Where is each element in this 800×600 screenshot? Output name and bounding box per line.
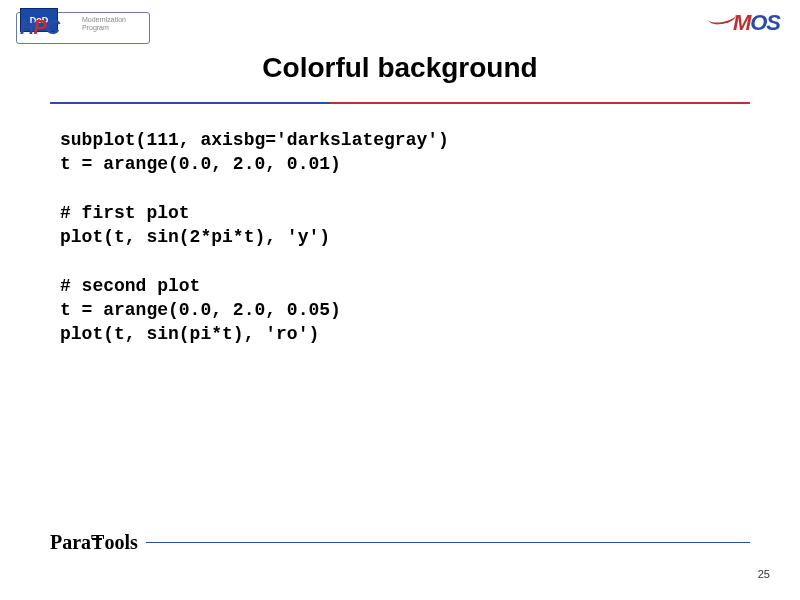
slide: DoD HPC Modernization Program MOS Colorf…: [0, 0, 800, 600]
logo-hpc-subtext: Modernization Program: [82, 16, 150, 31]
footer: ParaTools: [50, 531, 750, 554]
title-divider: [50, 102, 750, 104]
logo-hpc-text: HPC: [20, 16, 59, 39]
footer-divider: [146, 542, 750, 543]
page-number: 25: [758, 568, 770, 580]
header: DoD HPC Modernization Program MOS: [0, 0, 800, 48]
slide-title: Colorful background: [0, 52, 800, 84]
code-block: subplot(111, axisbg='darkslategray') t =…: [60, 128, 740, 347]
logo-hpc: DoD HPC Modernization Program: [20, 8, 150, 48]
logo-paratools: ParaTools: [50, 531, 138, 554]
logo-mos: MOS: [680, 8, 780, 38]
